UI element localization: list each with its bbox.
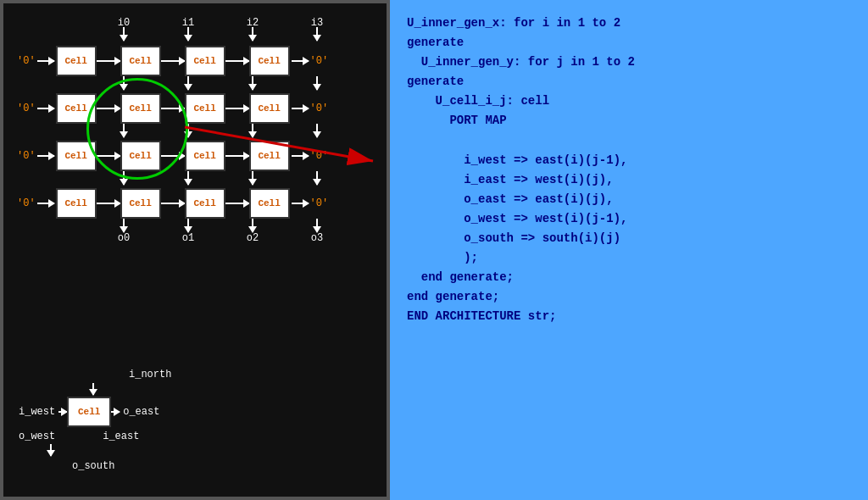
code-block: U_inner_gen_x: for i in 1 to 2 generate …: [407, 14, 851, 327]
down-arrows-row2: [92, 124, 349, 137]
out-label-o1: o1: [156, 232, 220, 244]
o-west-label: o_west: [19, 431, 55, 442]
cell-1-2: Cell: [120, 46, 161, 76]
o-east-label: o_east: [123, 406, 159, 418]
down-arrow-col2: [220, 27, 285, 41]
down-arrow-col3: [285, 27, 349, 41]
single-cell-box: Cell: [67, 397, 111, 427]
down-arrow-col1: [156, 27, 220, 41]
cell-3-3: Cell: [185, 141, 225, 171]
down-arrows-row3: [92, 171, 349, 185]
cell-1-1: Cell: [56, 46, 97, 76]
single-cell-diagram: i_north i_west Cell o_east o_west i_east: [19, 366, 159, 473]
output-labels: o0 o1 o2 o3: [92, 232, 349, 244]
row3-right-label: '0': [310, 150, 329, 162]
cell-row-3: '0' Cell Cell Cell Cell '0': [17, 141, 328, 171]
o-south-label: o_south: [72, 460, 114, 472]
cell-row-2: '0' Cell Cell Cell Cell '0': [17, 93, 328, 124]
diagram-panel: i0 i1 i2 i3 '0' Cell Cell Cell Cell '0': [0, 0, 390, 500]
row1-left-label: '0': [17, 55, 36, 67]
cell-3-2: Cell: [120, 141, 161, 171]
cell-row-4: '0' Cell Cell Cell Cell '0': [17, 188, 328, 219]
row2-right-label: '0': [310, 103, 329, 114]
cell-2-3: Cell: [185, 93, 225, 124]
cell-4-2: Cell: [120, 188, 161, 219]
cell-4-4: Cell: [249, 188, 290, 219]
down-arrows-output: [92, 219, 349, 232]
cell-row-1: '0' Cell Cell Cell Cell '0': [17, 46, 328, 76]
cell-1-4: Cell: [249, 46, 290, 76]
cell-1-3: Cell: [185, 46, 225, 76]
row4-left-label: '0': [17, 197, 36, 209]
down-arrows-row1: [92, 76, 349, 90]
cell-2-2: Cell: [120, 93, 161, 124]
cell-4-1: Cell: [56, 188, 97, 219]
cell-3-1: Cell: [56, 141, 97, 171]
cell-3-4: Cell: [249, 141, 290, 171]
cell-2-4: Cell: [249, 93, 290, 124]
i-north-label: i_north: [129, 369, 171, 381]
i-east-label: i_east: [103, 431, 139, 442]
cell-2-1: Cell: [56, 93, 97, 124]
row4-right-label: '0': [310, 197, 329, 209]
row2-left-label: '0': [17, 103, 36, 114]
down-arrow-col0: [92, 27, 156, 41]
row1-right-label: '0': [310, 55, 329, 67]
row3-left-label: '0': [17, 150, 36, 162]
cell-4-3: Cell: [185, 188, 225, 219]
code-panel: U_inner_gen_x: for i in 1 to 2 generate …: [390, 0, 868, 500]
out-label-o3: o3: [285, 232, 349, 244]
i-west-label: i_west: [19, 406, 55, 418]
out-label-o0: o0: [92, 232, 156, 244]
out-label-o2: o2: [220, 232, 285, 244]
